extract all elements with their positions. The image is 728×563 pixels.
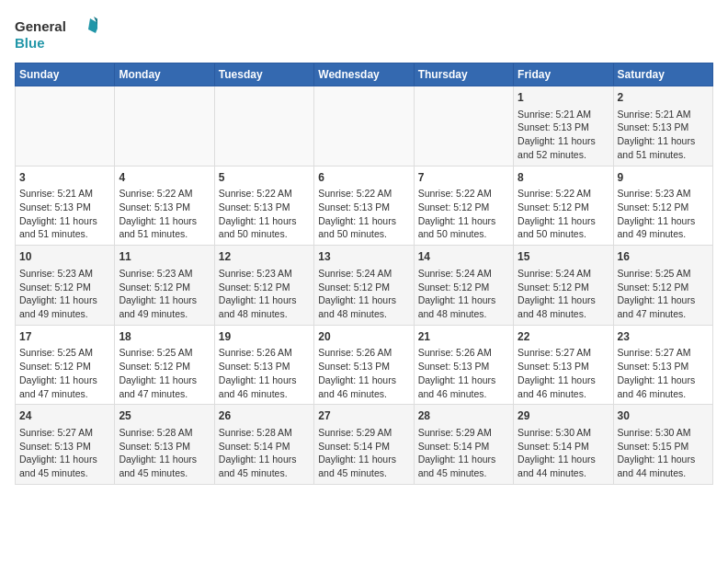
day-info: Sunrise: 5:24 AM Sunset: 5:12 PM Dayligh… xyxy=(318,267,409,321)
day-number: 12 xyxy=(219,249,310,265)
calendar-week-row: 3Sunrise: 5:21 AM Sunset: 5:13 PM Daylig… xyxy=(16,166,713,246)
calendar-day-cell: 26Sunrise: 5:28 AM Sunset: 5:14 PM Dayli… xyxy=(214,405,313,485)
calendar-day-cell: 17Sunrise: 5:25 AM Sunset: 5:12 PM Dayli… xyxy=(16,325,115,405)
day-of-week-header: Friday xyxy=(514,63,613,86)
calendar-week-row: 17Sunrise: 5:25 AM Sunset: 5:12 PM Dayli… xyxy=(16,325,713,405)
day-number: 10 xyxy=(19,249,110,265)
calendar-day-cell: 25Sunrise: 5:28 AM Sunset: 5:13 PM Dayli… xyxy=(115,405,214,485)
calendar-week-row: 1Sunrise: 5:21 AM Sunset: 5:13 PM Daylig… xyxy=(16,86,713,167)
day-number: 5 xyxy=(219,170,310,186)
svg-text:General: General xyxy=(15,18,66,34)
days-of-week-row: SundayMondayTuesdayWednesdayThursdayFrid… xyxy=(16,63,713,86)
day-info: Sunrise: 5:25 AM Sunset: 5:12 PM Dayligh… xyxy=(19,346,110,400)
day-number: 6 xyxy=(318,170,409,186)
calendar-table: SundayMondayTuesdayWednesdayThursdayFrid… xyxy=(15,63,713,485)
day-number: 22 xyxy=(518,329,609,345)
day-number: 1 xyxy=(518,90,609,106)
svg-text:Blue: Blue xyxy=(15,35,45,51)
calendar-day-cell: 23Sunrise: 5:27 AM Sunset: 5:13 PM Dayli… xyxy=(613,325,712,405)
day-number: 26 xyxy=(219,408,310,424)
day-number: 9 xyxy=(618,170,709,186)
calendar-day-cell: 2Sunrise: 5:21 AM Sunset: 5:13 PM Daylig… xyxy=(613,86,712,167)
calendar-day-cell: 18Sunrise: 5:25 AM Sunset: 5:12 PM Dayli… xyxy=(115,325,214,405)
day-number: 7 xyxy=(418,170,509,186)
day-of-week-header: Monday xyxy=(115,63,214,86)
calendar-day-cell xyxy=(16,86,115,167)
calendar-day-cell: 20Sunrise: 5:26 AM Sunset: 5:13 PM Dayli… xyxy=(314,325,414,405)
calendar-day-cell: 7Sunrise: 5:22 AM Sunset: 5:12 PM Daylig… xyxy=(414,166,513,246)
day-number: 11 xyxy=(119,249,210,265)
logo-svg: General Blue xyxy=(15,15,97,53)
day-info: Sunrise: 5:24 AM Sunset: 5:12 PM Dayligh… xyxy=(418,267,509,321)
calendar-day-cell: 14Sunrise: 5:24 AM Sunset: 5:12 PM Dayli… xyxy=(414,246,513,326)
calendar-day-cell xyxy=(414,86,513,167)
calendar-day-cell: 3Sunrise: 5:21 AM Sunset: 5:13 PM Daylig… xyxy=(16,166,115,246)
day-number: 29 xyxy=(518,408,609,424)
day-number: 3 xyxy=(19,170,110,186)
calendar-day-cell: 15Sunrise: 5:24 AM Sunset: 5:12 PM Dayli… xyxy=(514,246,613,326)
calendar-day-cell: 27Sunrise: 5:29 AM Sunset: 5:14 PM Dayli… xyxy=(314,405,414,485)
calendar-day-cell: 24Sunrise: 5:27 AM Sunset: 5:13 PM Dayli… xyxy=(16,405,115,485)
day-number: 21 xyxy=(418,329,509,345)
day-number: 20 xyxy=(318,329,409,345)
calendar-body: 1Sunrise: 5:21 AM Sunset: 5:13 PM Daylig… xyxy=(16,86,713,485)
day-info: Sunrise: 5:23 AM Sunset: 5:12 PM Dayligh… xyxy=(119,267,210,321)
day-number: 28 xyxy=(418,408,509,424)
day-info: Sunrise: 5:30 AM Sunset: 5:15 PM Dayligh… xyxy=(618,426,709,480)
calendar-day-cell: 13Sunrise: 5:24 AM Sunset: 5:12 PM Dayli… xyxy=(314,246,414,326)
day-info: Sunrise: 5:21 AM Sunset: 5:13 PM Dayligh… xyxy=(618,108,709,162)
day-of-week-header: Wednesday xyxy=(314,63,414,86)
day-number: 24 xyxy=(19,408,110,424)
calendar-day-cell: 30Sunrise: 5:30 AM Sunset: 5:15 PM Dayli… xyxy=(613,405,712,485)
day-info: Sunrise: 5:30 AM Sunset: 5:14 PM Dayligh… xyxy=(518,426,609,480)
day-info: Sunrise: 5:28 AM Sunset: 5:14 PM Dayligh… xyxy=(219,426,310,480)
calendar-day-cell: 29Sunrise: 5:30 AM Sunset: 5:14 PM Dayli… xyxy=(514,405,613,485)
day-info: Sunrise: 5:23 AM Sunset: 5:12 PM Dayligh… xyxy=(219,267,310,321)
day-number: 17 xyxy=(19,329,110,345)
calendar-day-cell: 28Sunrise: 5:29 AM Sunset: 5:14 PM Dayli… xyxy=(414,405,513,485)
day-number: 8 xyxy=(518,170,609,186)
day-info: Sunrise: 5:22 AM Sunset: 5:13 PM Dayligh… xyxy=(119,187,210,241)
day-info: Sunrise: 5:23 AM Sunset: 5:12 PM Dayligh… xyxy=(618,187,709,241)
day-of-week-header: Tuesday xyxy=(214,63,313,86)
day-number: 4 xyxy=(119,170,210,186)
day-number: 30 xyxy=(618,408,709,424)
calendar-day-cell: 19Sunrise: 5:26 AM Sunset: 5:13 PM Dayli… xyxy=(214,325,313,405)
day-number: 27 xyxy=(318,408,409,424)
day-of-week-header: Saturday xyxy=(613,63,712,86)
calendar-day-cell: 21Sunrise: 5:26 AM Sunset: 5:13 PM Dayli… xyxy=(414,325,513,405)
day-info: Sunrise: 5:22 AM Sunset: 5:12 PM Dayligh… xyxy=(418,187,509,241)
calendar-day-cell: 8Sunrise: 5:22 AM Sunset: 5:12 PM Daylig… xyxy=(514,166,613,246)
day-info: Sunrise: 5:24 AM Sunset: 5:12 PM Dayligh… xyxy=(518,267,609,321)
calendar-day-cell: 22Sunrise: 5:27 AM Sunset: 5:13 PM Dayli… xyxy=(514,325,613,405)
day-info: Sunrise: 5:21 AM Sunset: 5:13 PM Dayligh… xyxy=(518,108,609,162)
day-info: Sunrise: 5:26 AM Sunset: 5:13 PM Dayligh… xyxy=(219,346,310,400)
day-number: 2 xyxy=(618,90,709,106)
calendar-week-row: 24Sunrise: 5:27 AM Sunset: 5:13 PM Dayli… xyxy=(16,405,713,485)
day-info: Sunrise: 5:21 AM Sunset: 5:13 PM Dayligh… xyxy=(19,187,110,241)
day-number: 14 xyxy=(418,249,509,265)
day-info: Sunrise: 5:27 AM Sunset: 5:13 PM Dayligh… xyxy=(518,346,609,400)
day-number: 19 xyxy=(219,329,310,345)
calendar-day-cell: 12Sunrise: 5:23 AM Sunset: 5:12 PM Dayli… xyxy=(214,246,313,326)
calendar-day-cell: 16Sunrise: 5:25 AM Sunset: 5:12 PM Dayli… xyxy=(613,246,712,326)
calendar-day-cell xyxy=(214,86,313,167)
day-info: Sunrise: 5:26 AM Sunset: 5:13 PM Dayligh… xyxy=(418,346,509,400)
day-info: Sunrise: 5:22 AM Sunset: 5:12 PM Dayligh… xyxy=(518,187,609,241)
calendar-day-cell: 1Sunrise: 5:21 AM Sunset: 5:13 PM Daylig… xyxy=(514,86,613,167)
calendar-day-cell: 11Sunrise: 5:23 AM Sunset: 5:12 PM Dayli… xyxy=(115,246,214,326)
calendar-header: SundayMondayTuesdayWednesdayThursdayFrid… xyxy=(16,63,713,86)
day-info: Sunrise: 5:25 AM Sunset: 5:12 PM Dayligh… xyxy=(618,267,709,321)
calendar-day-cell: 4Sunrise: 5:22 AM Sunset: 5:13 PM Daylig… xyxy=(115,166,214,246)
day-number: 15 xyxy=(518,249,609,265)
day-number: 18 xyxy=(119,329,210,345)
logo: General Blue xyxy=(15,15,97,53)
day-number: 25 xyxy=(119,408,210,424)
day-info: Sunrise: 5:29 AM Sunset: 5:14 PM Dayligh… xyxy=(418,426,509,480)
day-info: Sunrise: 5:23 AM Sunset: 5:12 PM Dayligh… xyxy=(19,267,110,321)
day-info: Sunrise: 5:22 AM Sunset: 5:13 PM Dayligh… xyxy=(318,187,409,241)
day-info: Sunrise: 5:27 AM Sunset: 5:13 PM Dayligh… xyxy=(618,346,709,400)
day-info: Sunrise: 5:27 AM Sunset: 5:13 PM Dayligh… xyxy=(19,426,110,480)
day-info: Sunrise: 5:25 AM Sunset: 5:12 PM Dayligh… xyxy=(119,346,210,400)
day-of-week-header: Sunday xyxy=(16,63,115,86)
